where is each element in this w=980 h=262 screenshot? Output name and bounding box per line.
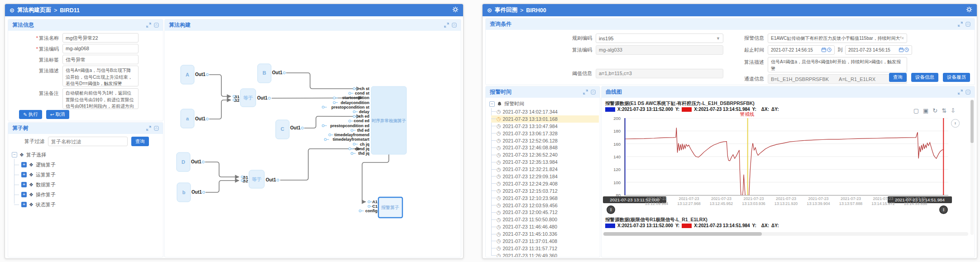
expand-icon[interactable] (958, 22, 963, 27)
operator-search-button[interactable]: 查询 (131, 137, 149, 146)
chart2-title: 报警源数据(极限信号R1极限信号-L_R1_E1LRX) (605, 217, 708, 223)
tree-guide-dash (14, 185, 19, 185)
end-time-input[interactable]: 2021-07-23 14:56:15 (845, 45, 912, 55)
collapse-icon[interactable] (154, 126, 159, 131)
cancel-button[interactable]: ↩取消 (46, 110, 69, 119)
alarm-time-item[interactable]: ◷2021-07-23 12:10:23.968 (491, 195, 599, 202)
tree-expand-box[interactable]: + (21, 172, 27, 177)
calendar-icon[interactable] (899, 48, 904, 53)
operator-tree-item-1[interactable]: +❖逻辑算子 (12, 160, 160, 170)
alarm-time-item[interactable]: ◷2021-07-23 12:24:29.408 (491, 180, 599, 187)
algo-desc-textarea[interactable]: 信号A=阈值a，与信号B出现下降沿开始，信号C出现上升沿结束，若信号D==阈值b… (62, 66, 139, 86)
vertical-scrollbar-thumb[interactable] (970, 100, 974, 143)
clock-icon: ◷ (497, 145, 501, 151)
device-history-button[interactable]: 设备履历 (943, 73, 970, 82)
alarm-time-item[interactable]: ◷2021-07-23 12:29:09.184 (491, 173, 599, 180)
breadcrumb[interactable]: 算法构建页面 (17, 6, 51, 14)
clock-icon[interactable] (904, 48, 909, 53)
tree-expand-box[interactable]: + (21, 162, 27, 167)
tree-expand-box[interactable]: + (21, 182, 27, 187)
alarm-time-item[interactable]: ◷2021-07-23 11:26:49.360 (491, 252, 599, 257)
clock-icon[interactable] (827, 48, 832, 53)
algo-code-input[interactable]: mg-alg068 (62, 44, 139, 53)
alarm-time-item[interactable]: ◷2021-07-23 12:15:03.712 (491, 187, 599, 195)
tree-expand-box[interactable]: + (21, 202, 27, 207)
algo-tag-input[interactable]: 信号异常 (62, 55, 139, 64)
alarm-time-item[interactable]: ◷2021-07-23 14:02:17.344 (491, 108, 599, 115)
operator-tree-item-2[interactable]: +❖运算算子 (12, 170, 160, 180)
expand-icon[interactable] (958, 90, 963, 95)
svg-text:Out1: Out1 (191, 159, 201, 164)
run-button[interactable]: ✎执行 (19, 110, 42, 119)
collapse-icon[interactable] (154, 23, 159, 28)
collapse-icon[interactable] (591, 90, 596, 95)
alarm-info-input[interactable]: E1AWC缸传动侧下有杆腔压力反馈小于幅值115bar，持续时间大于3秒× (768, 33, 907, 43)
alarm-time-item[interactable]: ◷2021-07-23 11:50:50.800 (491, 216, 599, 223)
collapse-icon[interactable] (966, 90, 970, 95)
alarm-time-item[interactable]: ◷2021-07-23 11:31:57.712 (491, 245, 599, 252)
y-tick-label: 100 (604, 180, 621, 185)
alarm-time-item[interactable]: ◷2021-07-23 11:46:46.480 (491, 223, 599, 230)
calendar-icon[interactable] (822, 48, 826, 53)
port-dot (349, 120, 351, 122)
zoom-reset-icon[interactable]: ▣ (923, 107, 928, 114)
expand-icon[interactable] (583, 90, 588, 95)
restore-icon[interactable]: ↻ (932, 107, 937, 114)
plot-area[interactable] (624, 118, 948, 195)
alarm-time-item[interactable]: ◷2021-07-23 12:52:06.128 (491, 137, 599, 144)
left-drag-handle[interactable]: ‖ (607, 205, 615, 214)
alarm-time-item[interactable]: ◷2021-07-23 11:37:01.408 (491, 238, 599, 245)
operator-tree-item-5[interactable]: +❖状态算子 (12, 200, 160, 210)
download-icon[interactable]: ⇩ (951, 107, 956, 114)
time-range-label: 起止时间 (732, 47, 764, 53)
alarm-time-item[interactable]: ◷2021-07-23 13:13:01.168 (491, 115, 599, 123)
alarm-time-item[interactable]: ◷2021-07-23 11:45:10.336 (491, 230, 599, 238)
alarm-times-root[interactable]: − 报警时间 (489, 100, 524, 107)
tree-collapse-box[interactable]: − (489, 101, 495, 107)
flowchart-canvas[interactable]: A a B C D b 等于 等于 时序异常检测算子 报警算子 (165, 31, 460, 257)
clear-icon[interactable]: × (901, 36, 904, 41)
alarm-time-item[interactable]: ◷2021-07-23 12:35:13.984 (491, 158, 599, 166)
collapse-icon[interactable] (966, 22, 970, 27)
expand-icon[interactable] (444, 23, 449, 28)
tree-collapse-box[interactable]: − (12, 152, 17, 157)
operator-tree-item-3[interactable]: +❖数据算子 (12, 180, 160, 190)
pause-circle-handle[interactable]: ‖ (951, 119, 960, 128)
alarm-times-panel: 报警时间 − 报警时间 ◷2021-07-23 14:02:17.344◷202… (485, 86, 600, 257)
expand-icon[interactable] (146, 23, 151, 28)
chevron-down-icon: ▼ (716, 36, 720, 41)
operator-tree-root[interactable]: −❖算子选择 (12, 150, 160, 160)
settings-gear-icon[interactable] (966, 6, 972, 14)
dataview-icon[interactable]: ⇅ (942, 107, 947, 114)
rule-code-select[interactable]: ins195▼ (596, 33, 723, 43)
alarm-time-item[interactable]: ◷2021-07-23 13:06:17.328 (491, 130, 599, 137)
flow-nodes: A a B C D b 等于 等于 时序异常检测算子 报警算子 (177, 64, 406, 218)
expand-icon[interactable] (146, 126, 151, 131)
horizontal-scrollbar[interactable] (603, 232, 968, 236)
device-info-button[interactable]: 设备信息 (911, 73, 938, 82)
select-zoom-icon[interactable]: ▢ (913, 107, 919, 114)
algo-name-input[interactable]: mg信号异常22 (62, 33, 139, 43)
horizontal-scrollbar-thumb[interactable] (603, 232, 762, 236)
algo-note-label: 算法备注 (8, 88, 59, 97)
alarm-time-item[interactable]: ◷2021-07-23 12:46:08.848 (491, 144, 599, 151)
tree-expand-box[interactable]: + (21, 192, 27, 197)
settings-gear-icon[interactable] (452, 6, 459, 14)
breadcrumb[interactable]: 事件回溯 (495, 6, 517, 14)
algo-note-textarea[interactable]: 自动锁桩向前信号为1时，返回位置限位信号由1转0，前进位置限位信号由0转1时间段… (62, 88, 139, 109)
collapse-icon[interactable] (452, 23, 457, 28)
location-pin-icon: ⊙ (487, 7, 492, 14)
alarm-time-item[interactable]: ◷2021-07-23 12:32:21.824 (491, 166, 599, 173)
search-button[interactable]: 查询 (889, 73, 907, 82)
alarm-time-item[interactable]: ◷2021-07-23 12:00:45.712 (491, 209, 599, 216)
operator-filter-input[interactable] (48, 137, 128, 146)
right-drag-handle[interactable]: ‖ (939, 205, 948, 214)
vertical-scrollbar[interactable] (970, 99, 974, 235)
start-time-input[interactable]: 2021-07-22 14:56:15 (768, 45, 835, 55)
alarm-time-item[interactable]: ◷2021-07-23 13:10:47.984 (491, 123, 599, 130)
alarm-time-item[interactable]: ◷2021-07-23 12:03:59.456 (491, 202, 599, 209)
alarm-time-item[interactable]: ◷2021-07-23 12:36:52.240 (491, 151, 599, 158)
operator-tree-item-4[interactable]: +❖操作算子 (12, 190, 160, 200)
alarm-info-label: 报警信息 (732, 35, 764, 42)
algo-desc-textarea[interactable]: 信号A=阈值a，且信号B<阈值b时开始，持续时间>阈值c，触发报警 (768, 57, 907, 72)
